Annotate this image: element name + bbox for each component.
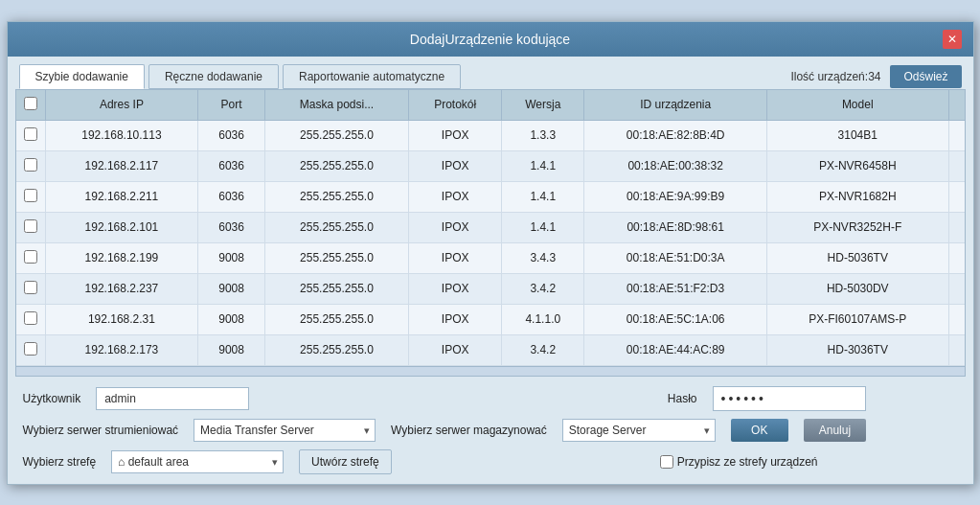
ok-button[interactable]: OK [731,419,788,442]
row-mask: 255.255.255.0 [264,120,408,150]
row-checkbox-cell[interactable] [16,273,46,304]
create-zone-button[interactable]: Utwórz strefę [299,449,392,474]
row-empty [948,150,965,181]
stream-server-select[interactable]: Media Transfer Server [194,419,376,442]
row-checkbox-cell[interactable] [16,242,46,273]
stream-server-label: Wybierz serwer strumieniować [23,424,179,437]
row-checkbox-cell[interactable] [16,334,46,365]
device-table-container: Adres IP Port Maska podsi... Protokół We… [15,89,966,377]
assign-zone-checkbox[interactable] [660,455,673,469]
row-checkbox-cell[interactable] [16,181,46,212]
row-port: 6036 [198,120,265,150]
table-row: 192.168.10.113 6036 255.255.255.0 IPOX 1… [16,120,965,150]
row-model: HD-5036TV [766,242,948,273]
row-mask: 255.255.255.0 [264,181,408,212]
header-ip: Adres IP [45,90,198,121]
table-row: 192.168.2.199 9008 255.255.255.0 IPOX 3.… [16,242,965,273]
row-port: 6036 [198,212,265,242]
row-device-id: 00:18:AE:9A:99:B9 [584,181,767,212]
row-checkbox-cell[interactable] [16,304,46,334]
table-row: 192.168.2.101 6036 255.255.255.0 IPOX 1.… [16,212,965,242]
row-protocol: IPOX [409,304,502,334]
password-input[interactable] [713,386,866,411]
form-row-credentials: Użytkownik Hasło [23,386,958,411]
row-port: 9008 [198,273,265,304]
row-checkbox-4[interactable] [24,250,37,264]
row-port: 9008 [198,304,265,334]
device-table: Adres IP Port Maska podsi... Protokół We… [16,90,965,366]
form-section: Użytkownik Hasło Wybierz serwer strumien… [8,377,973,484]
row-model: HD-3036TV [766,334,948,365]
select-all-checkbox[interactable] [24,97,37,110]
table-header-row: Adres IP Port Maska podsi... Protokół We… [16,90,965,121]
header-model: Model [766,90,948,121]
user-input[interactable] [96,387,249,410]
row-device-id: 00:18:AE:8D:98:61 [584,212,767,242]
zone-select[interactable]: ⌂ default area [111,450,284,473]
row-port: 6036 [198,150,265,181]
row-model: PX-NVR3252H-F [766,212,948,242]
header-checkbox-col [16,90,46,121]
storage-server-select[interactable]: Storage Server [562,419,716,442]
storage-server-label: Wybierz serwer magazynować [391,424,547,437]
row-port: 9008 [198,334,265,365]
row-ip: 192.168.2.237 [45,273,198,304]
table-row: 192.168.2.173 9008 255.255.255.0 IPOX 3.… [16,334,965,365]
row-version: 3.4.2 [502,334,584,365]
row-device-id: 00:18:AE:44:AC:89 [584,334,767,365]
table-row: 192.168.2.31 9008 255.255.255.0 IPOX 4.1… [16,304,965,334]
row-port: 6036 [198,181,265,212]
header-version: Wersja [502,90,584,121]
row-mask: 255.255.255.0 [264,242,408,273]
row-model: PX-NVR1682H [766,181,948,212]
row-checkbox-3[interactable] [24,219,37,233]
row-checkbox-1[interactable] [24,158,37,172]
row-protocol: IPOX [409,150,502,181]
row-empty [948,212,965,242]
row-model: 3104B1 [766,120,948,150]
row-checkbox-0[interactable] [24,127,37,141]
row-protocol: IPOX [409,273,502,304]
tab-auto-report[interactable]: Raportowanie automatyczne [283,64,461,89]
row-empty [948,273,965,304]
row-protocol: IPOX [409,334,502,365]
dialog-title: DodajUrządzenie kodujące [38,32,943,47]
device-count: Ilość urządzeń:34 [790,70,886,83]
row-device-id: 00:18:AE:82:8B:4D [584,120,767,150]
row-checkbox-cell[interactable] [16,150,46,181]
tab-quick-add[interactable]: Szybie dodawanie [19,64,145,89]
row-version: 1.3.3 [502,120,584,150]
form-row-servers: Wybierz serwer strumieniować Media Trans… [23,419,958,442]
row-version: 3.4.2 [502,273,584,304]
row-checkbox-7[interactable] [24,342,37,356]
row-protocol: IPOX [409,120,502,150]
storage-server-select-wrapper: Storage Server [562,419,716,442]
cancel-button[interactable]: Anuluj [804,419,866,442]
assign-zone-label[interactable]: Przypisz ze strefy urządzeń [660,455,818,469]
row-ip: 192.168.2.199 [45,242,198,273]
row-checkbox-cell[interactable] [16,212,46,242]
row-version: 3.4.3 [502,242,584,273]
table-wrapper[interactable]: Adres IP Port Maska podsi... Protokół We… [16,90,965,366]
row-protocol: IPOX [409,181,502,212]
tab-manual-add[interactable]: Ręczne dodawanie [148,64,279,89]
table-row: 192.168.2.117 6036 255.255.255.0 IPOX 1.… [16,150,965,181]
refresh-button[interactable]: Odśwież [890,65,961,88]
row-checkbox-cell[interactable] [16,120,46,150]
header-device-id: ID urządzenia [584,90,767,121]
row-checkbox-2[interactable] [24,189,37,202]
tabs-bar: Szybie dodawanie Ręczne dodawanie Raport… [8,57,973,89]
row-port: 9008 [198,242,265,273]
horizontal-scrollbar[interactable] [16,366,965,376]
header-mask: Maska podsi... [264,90,408,121]
row-ip: 192.168.2.101 [45,212,198,242]
row-device-id: 00:18:AE:5C:1A:06 [584,304,767,334]
row-mask: 255.255.255.0 [264,334,408,365]
row-checkbox-6[interactable] [24,311,37,325]
close-button[interactable]: ✕ [943,30,962,49]
row-device-id: 00:18:AE:00:38:32 [584,150,767,181]
user-label: Użytkownik [23,392,81,405]
row-checkbox-5[interactable] [24,281,37,294]
row-empty [948,181,965,212]
row-protocol: IPOX [409,212,502,242]
